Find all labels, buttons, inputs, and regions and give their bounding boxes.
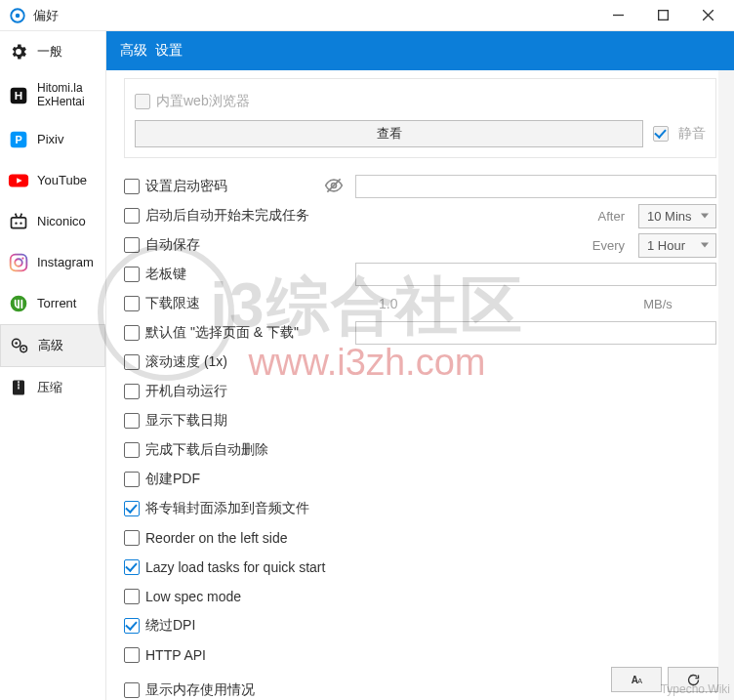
auto-save-checkbox[interactable] <box>124 237 140 253</box>
sidebar-label: Instagram <box>37 255 94 269</box>
boss-key-label: 老板键 <box>145 266 186 283</box>
show-memory-label: 显示内存使用情况 <box>145 681 255 699</box>
sidebar-label: Pixiv <box>37 132 63 146</box>
boss-key-input[interactable] <box>355 263 716 286</box>
show-date-label: 显示下载日期 <box>145 412 227 430</box>
speed-limit-checkbox[interactable] <box>124 296 140 311</box>
gears-icon <box>9 335 30 356</box>
after-label: After <box>598 209 625 224</box>
create-pdf-checkbox[interactable] <box>124 472 140 487</box>
svg-rect-27 <box>18 384 20 386</box>
embed-cover-label: 将专辑封面添加到音频文件 <box>145 500 309 517</box>
sidebar-item-niconico[interactable]: Niconico <box>0 201 105 242</box>
gear-icon <box>8 41 29 62</box>
sidebar-label: 压缩 <box>37 379 62 396</box>
svg-rect-26 <box>18 381 20 383</box>
sidebar-label: 高级 <box>38 337 63 354</box>
sidebar-item-general[interactable]: 一般 <box>0 31 105 72</box>
scroll-speed-checkbox[interactable] <box>124 354 140 370</box>
lazy-load-label: Lazy load tasks for quick start <box>145 559 325 575</box>
reorder-left-label: Reorder on the left side <box>145 530 288 546</box>
show-memory-checkbox[interactable] <box>124 682 140 698</box>
pixiv-icon: P <box>8 129 29 150</box>
sidebar-item-hitomi[interactable]: H Hitomi.la ExHentai <box>0 72 105 119</box>
create-pdf-label: 创建PDF <box>145 471 200 488</box>
sidebar-label: Torrent <box>37 296 76 310</box>
titlebar: 偏好 <box>0 0 734 31</box>
default-select-input[interactable] <box>355 321 716 345</box>
svg-rect-3 <box>658 11 668 21</box>
low-spec-label: Low spec mode <box>145 589 241 604</box>
svg-rect-17 <box>11 254 27 270</box>
scroll-speed-label: 滚动速度 (1x) <box>145 353 227 371</box>
instagram-icon <box>8 252 29 273</box>
svg-text:H: H <box>15 89 22 102</box>
header-title-1: 高级 <box>120 42 147 60</box>
sidebar-item-pixiv[interactable]: P Pixiv <box>0 119 105 160</box>
boss-key-checkbox[interactable] <box>124 267 140 282</box>
svg-point-24 <box>22 348 24 350</box>
default-select-label: 默认值 "选择页面 & 下载" <box>145 324 299 342</box>
autostart-checkbox[interactable] <box>124 384 140 399</box>
auto-resume-checkbox[interactable] <box>124 208 140 224</box>
eye-off-icon[interactable] <box>324 176 344 198</box>
mute-label: 静音 <box>678 125 706 143</box>
maximize-button[interactable] <box>640 1 685 30</box>
builtin-browser-label: 内置web浏览器 <box>156 93 250 110</box>
mute-checkbox <box>653 126 669 142</box>
http-api-checkbox[interactable] <box>124 647 140 663</box>
svg-point-1 <box>16 13 20 18</box>
lazy-load-checkbox[interactable] <box>124 559 140 575</box>
speed-unit: MB/s <box>599 297 716 311</box>
low-spec-checkbox[interactable] <box>124 589 140 604</box>
sidebar-item-advanced[interactable]: 高级 <box>0 324 105 367</box>
after-select[interactable]: 10 Mins <box>638 204 716 228</box>
sidebar-item-instagram[interactable]: Instagram <box>0 242 105 283</box>
torrent-icon <box>8 293 29 314</box>
auto-delete-checkbox[interactable] <box>124 442 140 458</box>
app-icon <box>8 6 27 25</box>
sidebar-label: Hitomi.la ExHentai <box>37 82 85 109</box>
svg-point-16 <box>20 222 21 224</box>
window-controls <box>595 1 730 30</box>
speed-value: 1.0 <box>379 296 593 311</box>
auto-delete-label: 完成下载后自动删除 <box>145 441 268 459</box>
sidebar-label: YouTube <box>37 173 87 187</box>
sidebar-label: Niconico <box>37 214 86 228</box>
auto-resume-label: 启动后自动开始未完成任务 <box>145 207 309 225</box>
svg-rect-12 <box>12 217 26 227</box>
minimize-button[interactable] <box>595 1 640 30</box>
window-title: 偏好 <box>33 7 59 24</box>
default-select-checkbox[interactable] <box>124 325 140 341</box>
youtube-icon <box>8 170 29 191</box>
every-select[interactable]: 1 Hour <box>638 233 716 258</box>
content-header: 高级 设置 <box>106 31 734 70</box>
bypass-dpi-checkbox[interactable] <box>124 618 140 634</box>
every-label: Every <box>592 238 625 253</box>
font-button[interactable]: AA <box>611 667 662 692</box>
show-date-checkbox[interactable] <box>124 413 140 429</box>
reset-button[interactable] <box>668 667 718 692</box>
speed-limit-label: 下载限速 <box>145 295 200 312</box>
reorder-left-checkbox[interactable] <box>124 530 140 546</box>
builtin-browser-checkbox <box>135 94 150 109</box>
bypass-dpi-label: 绕过DPI <box>145 617 195 635</box>
set-password-checkbox[interactable] <box>124 179 140 194</box>
sidebar-item-torrent[interactable]: Torrent <box>0 283 105 324</box>
close-button[interactable] <box>685 1 730 30</box>
embed-cover-checkbox[interactable] <box>124 501 140 516</box>
svg-point-15 <box>15 222 17 224</box>
svg-text:A: A <box>637 677 642 685</box>
sidebar-item-compress[interactable]: 压缩 <box>0 367 105 408</box>
sidebar: 一般 H Hitomi.la ExHentai P Pixiv YouTube … <box>0 31 105 700</box>
auto-save-label: 自动保存 <box>145 236 200 254</box>
svg-point-22 <box>15 342 18 345</box>
header-title-2: 设置 <box>155 42 183 60</box>
http-api-label: HTTP API <box>145 647 206 663</box>
hitomi-icon: H <box>8 85 29 106</box>
sidebar-item-youtube[interactable]: YouTube <box>0 160 105 201</box>
password-input[interactable] <box>355 175 716 198</box>
view-button[interactable]: 查看 <box>135 120 643 147</box>
settings-pane: 内置web浏览器 查看 静音 设置启动密码 启动后自动开始未完成任务 After… <box>106 70 734 700</box>
svg-point-19 <box>21 257 23 259</box>
